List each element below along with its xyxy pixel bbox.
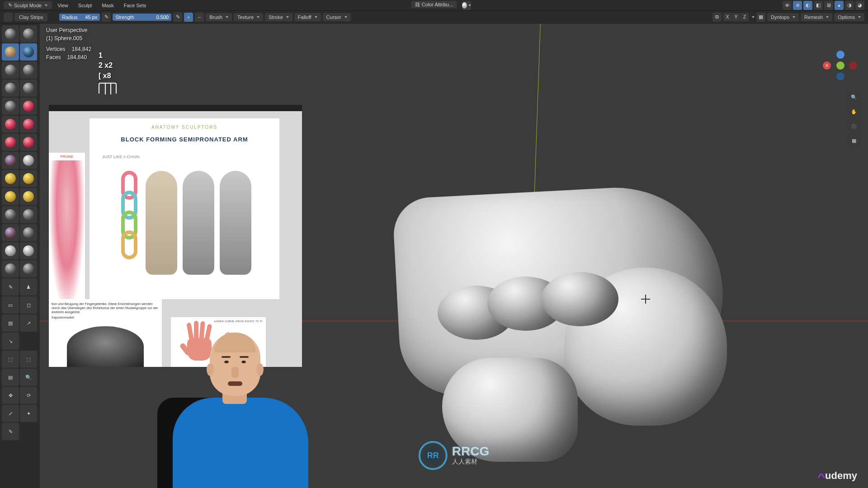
texture-dropdown[interactable]: Texture xyxy=(234,13,263,21)
gizmo-z-axis[interactable] xyxy=(836,51,844,59)
sym-z-button[interactable]: Z xyxy=(741,13,749,21)
crease-brush-tool[interactable] xyxy=(2,98,19,115)
sym-x-button[interactable]: X xyxy=(723,13,731,21)
options-label: Options xyxy=(838,14,855,20)
menu-view[interactable]: View xyxy=(53,1,73,10)
multires-brush-tool[interactable]: ✎ xyxy=(2,278,19,296)
box-hide-tool[interactable]: ◻ xyxy=(20,296,37,314)
3d-viewport[interactable]: User Perspective (1) Sphere.005 Vertices… xyxy=(40,23,868,488)
smooth-brush-tool[interactable] xyxy=(20,98,37,115)
elastic-brush-tool[interactable] xyxy=(2,170,19,187)
grab-brush-tool[interactable] xyxy=(20,152,37,169)
select-visibility-icon[interactable]: 👁 xyxy=(783,1,792,10)
menu-facesets[interactable]: Face Sets xyxy=(119,1,151,10)
wireframe-shading-icon[interactable]: ⊞ xyxy=(824,1,833,10)
paint-brush-tool[interactable]: ♟ xyxy=(20,278,37,296)
direction-subtract-button[interactable]: − xyxy=(195,13,204,22)
gizmo-y-axis[interactable] xyxy=(836,61,844,70)
cursor-dropdown[interactable]: Cursor xyxy=(323,13,351,21)
face-set-edit-tool[interactable]: 🔍 xyxy=(20,369,37,386)
line-project-tool[interactable]: ↘ xyxy=(2,333,19,350)
cloth-filter-tool[interactable]: ⬚ xyxy=(20,351,37,368)
draw-brush-tool[interactable] xyxy=(2,25,19,42)
direction-add-button[interactable]: + xyxy=(184,13,193,22)
inflate-brush-tool[interactable] xyxy=(2,80,19,97)
matprev-shading-icon[interactable]: ◑ xyxy=(845,1,854,10)
color-attr-label: Color Attribu... xyxy=(422,2,453,7)
pinch-brush-tool[interactable] xyxy=(2,152,19,169)
transform-tool[interactable]: ✦ xyxy=(20,405,37,422)
remesh-dropdown[interactable]: Remesh xyxy=(801,13,832,21)
snake-hook-tool[interactable] xyxy=(20,170,37,187)
slide-brush-tool[interactable] xyxy=(2,224,19,241)
menu-mask[interactable]: Mask xyxy=(97,1,118,10)
pan-button[interactable]: ✋ xyxy=(848,106,860,117)
boundary-brush-tool[interactable] xyxy=(20,224,37,241)
german-text: tion und Beugung der Fingergelenke. Dies… xyxy=(52,302,158,314)
simplify-brush-tool[interactable] xyxy=(20,242,37,259)
move-tool[interactable]: ✥ xyxy=(2,387,19,404)
strength-label: Strength xyxy=(115,14,134,20)
annotate-tool[interactable]: ✎ xyxy=(2,423,19,440)
options-dropdown[interactable]: Options xyxy=(834,13,864,21)
clay-strips-tool[interactable] xyxy=(20,43,37,61)
stroke-dropdown[interactable]: Stroke xyxy=(265,13,292,21)
brush-name-field[interactable]: Clay Strips xyxy=(14,13,47,21)
gizmo-neg-z[interactable] xyxy=(836,72,844,80)
fill-brush-tool[interactable] xyxy=(20,116,37,133)
layer-brush-tool[interactable] xyxy=(20,61,37,79)
facesets-visibility-icon[interactable]: ▦ xyxy=(756,13,765,22)
falloff-dropdown[interactable]: Falloff xyxy=(294,13,321,21)
navigation-gizmo[interactable]: X xyxy=(825,51,856,82)
persp-button[interactable]: ▦ xyxy=(848,135,860,146)
pose-brush-tool[interactable] xyxy=(20,188,37,205)
scrape-brush-tool[interactable] xyxy=(2,134,19,151)
draw-facesets-tool[interactable] xyxy=(20,260,37,277)
gizmo-toggle-icon[interactable]: ⊕ xyxy=(793,1,802,10)
symmetry-icon[interactable]: ⧉ xyxy=(712,13,722,22)
zoom-button[interactable]: 🔍 xyxy=(848,91,860,103)
overlay-toggle-icon[interactable]: ◐ xyxy=(803,1,812,10)
multiplane-tool[interactable] xyxy=(20,134,37,151)
thumb-brush-tool[interactable] xyxy=(2,188,19,205)
overlay-toggles: 👁 ⊕ ◐ ◧ ⊞ ● ◑ ◕ xyxy=(783,1,864,10)
blob-brush-tool[interactable] xyxy=(20,80,37,97)
solid-shading-icon[interactable]: ● xyxy=(835,1,844,10)
draw-sharp-tool[interactable] xyxy=(20,25,37,42)
menu-sculpt[interactable]: Sculpt xyxy=(74,1,97,10)
radius-pressure-toggle[interactable]: ✎ xyxy=(102,13,111,22)
sculpt-icon: ✎ xyxy=(8,2,12,8)
strength-slider[interactable]: Strength 0.500 xyxy=(113,14,171,21)
sculpt-mesh[interactable] xyxy=(365,168,741,457)
rendered-shading-icon[interactable]: ◕ xyxy=(855,1,864,10)
scale-tool[interactable]: ⤢ xyxy=(2,405,19,422)
strength-pressure-toggle[interactable]: ✎ xyxy=(173,13,182,22)
rotate-tool[interactable]: ⟳ xyxy=(20,387,37,404)
radius-slider[interactable]: Radius 45 px xyxy=(59,14,100,21)
clay-thumb-tool[interactable] xyxy=(2,61,19,79)
dyntopo-dropdown[interactable]: Dyntopo xyxy=(767,13,799,21)
clay-brush-tool[interactable] xyxy=(2,43,19,61)
flatten-brush-tool[interactable] xyxy=(2,116,19,133)
brush-preset-icon[interactable] xyxy=(4,13,13,22)
cloth-brush-tool[interactable] xyxy=(2,242,19,259)
mode-label: Sculpt Mode xyxy=(14,3,42,8)
gizmo-neg-x[interactable] xyxy=(849,61,857,70)
box-mask-tool[interactable]: ▭ xyxy=(2,296,19,314)
shading-dropdown[interactable] xyxy=(462,1,471,10)
color-attribute-dropdown[interactable]: ⛓ Color Attribu... xyxy=(411,1,457,8)
mask-brush-tool[interactable] xyxy=(2,260,19,277)
mode-dropdown[interactable]: ✎ Sculpt Mode xyxy=(4,1,52,9)
camera-button[interactable]: 🎥 xyxy=(848,120,860,132)
gizmo-x-axis[interactable]: X xyxy=(823,61,831,70)
brush-dropdown[interactable]: Brush xyxy=(206,13,232,21)
sym-y-button[interactable]: Y xyxy=(732,13,740,21)
rotate-brush-tool[interactable] xyxy=(20,206,37,223)
mesh-filter-tool[interactable]: ⬚ xyxy=(2,351,19,368)
chevron-down-icon[interactable] xyxy=(752,16,755,18)
nudge-brush-tool[interactable] xyxy=(2,206,19,223)
box-trim-tool[interactable]: ↗ xyxy=(20,314,37,332)
color-filter-tool[interactable]: ▤ xyxy=(2,369,19,386)
box-faceset-tool[interactable]: ▧ xyxy=(2,314,19,332)
xray-toggle-icon[interactable]: ◧ xyxy=(814,1,823,10)
